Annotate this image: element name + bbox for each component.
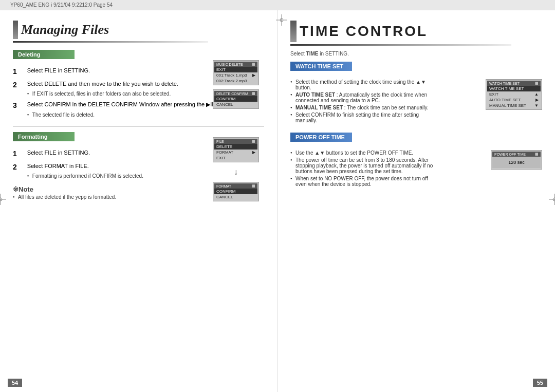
music-delete-icon: ▦ bbox=[252, 62, 255, 66]
left-title-block: Managing Files bbox=[13, 21, 264, 43]
power-off-section: POWER OFF TIME Use the ▲▼ buttons to set… bbox=[290, 133, 542, 187]
step3-text: Select CONFIRM in the DELETE CONFIRM Win… bbox=[27, 101, 232, 108]
watch-time-content: Select the method of setting the clock t… bbox=[290, 79, 542, 123]
power-off-header: POWER OFF TIME bbox=[290, 133, 542, 146]
watch-time-section: WATCH TIME SET Select the method of sett… bbox=[290, 62, 542, 123]
watch-bullet2: AUTO TIME SET : Automatically sets the c… bbox=[290, 92, 434, 103]
right-page-title: TIME CONTROL bbox=[300, 23, 428, 40]
music-delete-exit: EXIT bbox=[214, 67, 257, 72]
delete-confirm-icon: ▦ bbox=[252, 91, 255, 96]
power-off-screen-area: POWER OFF TIME ▦ 120 sec bbox=[491, 150, 542, 170]
power-bullet1: Use the ▲▼ buttons to set the POWER OFF … bbox=[290, 150, 434, 156]
power-off-bullets: Use the ▲▼ buttons to set the POWER OFF … bbox=[290, 150, 434, 187]
power-off-value: 120 sec bbox=[492, 157, 541, 168]
delete-confirm-title: DELETE CONFIRM ▦ bbox=[214, 91, 257, 96]
step1-text: Select FILE in SETTING. bbox=[27, 67, 90, 73]
step3-block: Select CONFIRM in the DELETE CONFIRM Win… bbox=[19, 101, 232, 119]
formatting-header-text: Formatting bbox=[13, 132, 75, 141]
watch-time-selected: WATCH TIME SET bbox=[487, 86, 541, 91]
watch-time-screen-area: WATCH TIME SET ▦ WATCH TIME SET EXIT▲ AU… bbox=[486, 79, 542, 110]
select-time-text: Select TIME in SETTING. bbox=[290, 51, 542, 57]
right-title-accent bbox=[290, 21, 297, 42]
page-container: YP60_AME ENG i 9/21/04 9:2212:0 Page 54 … bbox=[0, 0, 555, 392]
title-bar-accent bbox=[13, 21, 18, 39]
crosshair-left bbox=[0, 194, 6, 205]
format-cancel-item: CANCEL bbox=[214, 194, 257, 200]
power-bullet2: The power off time can be set from 3 to … bbox=[290, 157, 434, 174]
right-page: TIME CONTROL Select TIME in SETTING. WAT… bbox=[278, 10, 555, 392]
watch-time-title-text: WATCH TIME SET bbox=[489, 82, 520, 85]
title-underline bbox=[13, 41, 208, 43]
step2-block: Select DELETE and then move to the file … bbox=[19, 81, 178, 98]
format-step1-number: 1 bbox=[13, 150, 17, 158]
format-step2-text: Select FORMAT in FILE. bbox=[27, 163, 143, 169]
file-screen-title: FILE ▦ bbox=[214, 139, 257, 144]
deleting-header-text: Deleting bbox=[13, 50, 75, 59]
manual-time-set-label: MANUAL TIME SET bbox=[295, 105, 343, 110]
format-step1-text: Select FILE in SETTING. bbox=[27, 150, 90, 156]
step2-number: 2 bbox=[13, 81, 17, 89]
left-title-row: Managing Files bbox=[13, 21, 264, 39]
page-number-right: 55 bbox=[533, 379, 547, 387]
right-title-underline bbox=[290, 44, 511, 46]
music-delete-track1: 001:Track 1.mp3▶ bbox=[214, 72, 257, 78]
power-off-content: Use the ▲▼ buttons to set the POWER OFF … bbox=[290, 150, 542, 187]
file-delete-item: DELETE bbox=[214, 144, 257, 150]
manual-time-set-text: : The clock time can be set manually. bbox=[344, 105, 429, 110]
format-step2-block: Select FORMAT in FILE. Formatting is per… bbox=[19, 163, 143, 180]
top-bar: YP60_AME ENG i 9/21/04 9:2212:0 Page 54 bbox=[0, 0, 555, 10]
file-screen-icon: ▦ bbox=[252, 139, 255, 143]
file-screen-title-text: FILE bbox=[216, 140, 224, 143]
step3-number: 3 bbox=[13, 101, 17, 110]
format-screen-title-text: FORMAT bbox=[216, 184, 231, 188]
watch-time-header-text: WATCH TIME SET bbox=[290, 62, 352, 71]
page-number-left: 54 bbox=[8, 379, 22, 387]
power-off-screen-title: POWER OFF TIME ▦ bbox=[492, 152, 541, 157]
format-step2-number: 2 bbox=[13, 163, 17, 172]
format-confirm-item: CONFIRM bbox=[214, 189, 257, 194]
down-arrow: ↓ bbox=[234, 167, 238, 177]
format-step2-bullet: Formatting is performed if CONFIRM is se… bbox=[27, 173, 143, 179]
step1-number: 1 bbox=[13, 67, 17, 76]
watch-bullet1: Select the method of setting the clock t… bbox=[290, 79, 434, 90]
select-time-bold: TIME bbox=[306, 51, 319, 57]
format-screen: FORMAT ▦ CONFIRM CANCEL bbox=[213, 182, 259, 201]
watch-auto-item: AUTO TIME SET▶ bbox=[487, 97, 541, 103]
format-screen-title: FORMAT ▦ bbox=[214, 183, 257, 189]
watch-time-header: WATCH TIME SET bbox=[290, 62, 542, 75]
file-screen: FILE ▦ DELETE FORMAT▶ EXIT bbox=[213, 137, 259, 162]
watch-manual-item: MANUAL TIME SET▼ bbox=[487, 103, 541, 108]
watch-bullet4: Select CONFIRM to finish setting the tim… bbox=[290, 112, 434, 123]
music-delete-title: MUSIC DELETE ▦ bbox=[214, 62, 257, 67]
delete-confirm-item: CONFIRM bbox=[214, 96, 257, 102]
section-divider bbox=[13, 126, 264, 127]
deleting-section: Deleting 1 Select FILE in SETTING. 2 Sel… bbox=[13, 50, 264, 119]
auto-time-set-label: AUTO TIME SET bbox=[295, 92, 335, 98]
watch-bullet3: MANUAL TIME SET : The clock time can be … bbox=[290, 105, 434, 110]
watch-time-screen-title: WATCH TIME SET ▦ bbox=[487, 81, 541, 86]
delete-confirm-screen: DELETE CONFIRM ▦ CONFIRM CANCEL bbox=[213, 89, 259, 109]
step2-text: Select DELETE and then move to the file … bbox=[27, 81, 178, 87]
music-delete-title-text: MUSIC DELETE bbox=[216, 63, 243, 66]
watch-time-title-icon: ▦ bbox=[535, 81, 539, 85]
step3-bullet: The selected file is deleted. bbox=[27, 112, 232, 118]
power-off-screen: POWER OFF TIME ▦ 120 sec bbox=[491, 150, 542, 170]
crosshair-top-center bbox=[276, 14, 287, 26]
file-format-item: FORMAT▶ bbox=[214, 150, 257, 155]
format-screens: FILE ▦ DELETE FORMAT▶ EXIT ↓ FORMAT ▦ bbox=[213, 137, 259, 201]
right-title-row: TIME CONTROL bbox=[290, 21, 542, 42]
music-delete-track2: 002:Track 2.mp3 bbox=[214, 78, 257, 84]
crosshair-right bbox=[549, 194, 555, 205]
left-page-title: Managing Files bbox=[21, 22, 109, 38]
power-off-icon: ▦ bbox=[535, 152, 539, 156]
delete-screens: MUSIC DELETE ▦ EXIT 001:Track 1.mp3▶ 002… bbox=[213, 60, 259, 109]
format-screen-icon: ▦ bbox=[252, 184, 255, 188]
watch-time-screen: WATCH TIME SET ▦ WATCH TIME SET EXIT▲ AU… bbox=[486, 79, 542, 110]
power-bullet3: When set to NO POWER OFF, the power does… bbox=[290, 176, 434, 187]
right-title-block: TIME CONTROL bbox=[290, 21, 542, 46]
watch-exit-item: EXIT▲ bbox=[487, 91, 541, 97]
file-exit-item: EXIT bbox=[214, 155, 257, 161]
formatting-section: Formatting 1 Select FILE in SETTING. 2 S… bbox=[13, 132, 264, 200]
power-off-header-text: POWER OFF TIME bbox=[290, 133, 352, 142]
left-page: Managing Files Deleting 1 Select FILE in… bbox=[0, 10, 278, 392]
